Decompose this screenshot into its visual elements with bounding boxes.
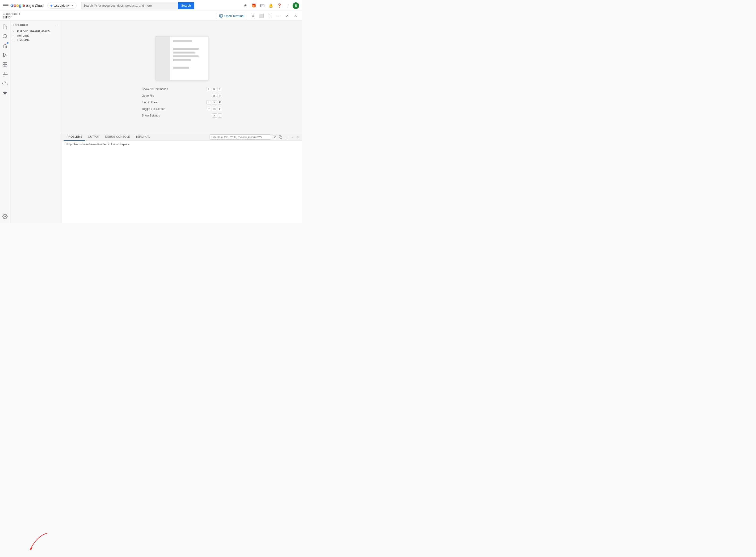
sidebar-item-outline[interactable]: › OUTLINE [10,33,62,38]
close-panel-icon[interactable] [295,135,300,140]
shortcut-keys-3: ⇧ ⌘ F [206,100,222,105]
key-shift: ⇧ [206,87,211,91]
editor-illustration [156,36,208,80]
sidebar-outline-label: OUTLINE [17,34,29,37]
activity-settings[interactable] [1,212,9,221]
svg-line-3 [6,37,7,38]
preview-line-1 [173,40,192,42]
shortcut-toggle-fullscreen: Toggle Full Screen ^ ⌘ F [142,107,222,111]
open-in-new-icon[interactable]: ⤢ [283,12,291,20]
notifications-icon[interactable]: 🔔 [267,2,275,9]
global-search-bar: Search [81,2,194,9]
activity-explorer[interactable] [1,23,9,31]
activity-bar [0,21,10,223]
shortcut-keys-4: ^ ⌘ F [207,107,222,111]
chevron-right-icon: › [13,30,16,33]
shortcut-label-2: Go to File [142,94,154,97]
preview-line-3 [173,52,195,54]
hamburger-menu[interactable] [3,3,8,8]
tab-debug-console[interactable]: DEBUG CONSOLE [103,133,133,141]
shortcuts-grid: Show All Commands ⇧ ⌘ P Go to File ⌘ P [142,87,222,118]
preview-line-5 [173,59,191,61]
cloudshell-controls: Open Terminal 🖥 ⬜ ⋮ — ⤢ ✕ [216,12,299,20]
key-cmd: ⌘ [212,87,217,91]
preview-line-4 [173,55,199,57]
activity-run-debug[interactable] [1,51,9,59]
cloudshell-label: CLOUD SHELL [3,13,21,15]
shortcut-keys-2: ⌘ P [212,94,222,98]
google-cloud-logo: Google oogle Cloud [10,3,44,8]
minimize-icon[interactable]: — [275,12,282,20]
cloudshell-icon-group: 🖥 ⬜ ⋮ — ⤢ ✕ [249,12,299,20]
panel-icon-group [272,135,300,140]
key-cmd-4: ⌘ [212,107,217,111]
project-name: test-aidemy [54,4,69,7]
sidebar-more-button[interactable]: ··· [54,23,59,27]
chevron-right-icon-2: › [13,34,16,37]
shortcut-show-all-commands: Show All Commands ⇧ ⌘ P [142,87,222,91]
activity-cloud[interactable] [1,79,9,88]
svg-rect-11 [5,65,7,67]
key-shift-2: ⇧ [206,100,211,105]
activity-testing[interactable] [1,70,9,78]
key-p: P [218,87,222,91]
close-icon[interactable]: ✕ [292,12,299,20]
copy-icon[interactable] [278,135,283,140]
sidebar-item-euronclegane[interactable]: › EURONCLEGANE_666674 [10,29,62,33]
monitor-icon[interactable]: 🖥 [249,12,257,20]
activity-search[interactable] [1,32,9,40]
shortcut-label-5: Show Settings [142,114,160,117]
list-icon[interactable] [284,135,289,140]
sidebar-item-timeline[interactable]: › TIMELINE [10,38,62,42]
search-button[interactable]: Search [178,2,194,9]
open-terminal-button[interactable]: Open Terminal [216,13,247,19]
filter-input[interactable] [209,135,271,140]
chevron-right-icon-3: › [13,39,16,41]
editor-area: Show All Commands ⇧ ⌘ P Go to File ⌘ P [62,21,302,223]
nav-right-icons: ★ 🎁 🔔 ❓ ⋮ E [242,2,299,9]
key-comma: , [218,113,222,118]
help-icon[interactable]: ❓ [276,2,283,9]
panel-tabs: PROBLEMS OUTPUT DEBUG CONSOLE TERMINAL [62,133,302,141]
cloudshell-editor-title: Editor [3,15,21,19]
activity-source-control[interactable] [1,41,9,50]
svg-point-5 [3,44,4,45]
svg-rect-9 [5,62,7,64]
sidebar: EXPLORER ··· › EURONCLEGANE_666674 › OUT… [10,21,62,223]
more-vert-icon[interactable]: ⋮ [284,2,292,9]
svg-point-12 [4,216,6,217]
cloudshell-bar: CLOUD SHELL Editor Open Terminal 🖥 ⬜ ⋮ —… [0,11,302,21]
gift-icon[interactable]: 🎁 [250,2,258,9]
sidebar-folder-label: EURONCLEGANE_666674 [17,30,51,33]
preview-line-2 [173,48,199,50]
star-icon[interactable]: ★ [242,2,249,9]
editor-welcome-screen: Show All Commands ⇧ ⌘ P Go to File ⌘ P [62,21,302,133]
top-navigation: Google oogle Cloud test-aidemy ▼ Search … [0,0,302,11]
project-selector[interactable]: test-aidemy ▼ [48,3,77,8]
preview-lines [170,36,208,80]
svg-marker-13 [274,136,276,138]
panel-content: No problems have been detected in the wo… [62,141,302,223]
shortcut-go-to-file: Go to File ⌘ P [142,94,222,98]
svg-point-2 [3,34,6,38]
welcome-content: Show All Commands ⇧ ⌘ P Go to File ⌘ P [142,36,222,118]
avatar[interactable]: E [292,2,299,9]
filter-icon[interactable] [272,135,278,140]
sidebar-title: EXPLORER [13,24,28,26]
no-problems-message: No problems have been detected in the wo… [65,143,130,146]
tab-output[interactable]: OUTPUT [85,133,103,141]
key-f-2: F [218,107,222,111]
search-input[interactable] [81,4,178,7]
shortcut-keys-1: ⇧ ⌘ P [206,87,222,91]
svg-rect-1 [219,14,223,17]
tab-terminal[interactable]: TERMINAL [133,133,153,141]
window-icon[interactable]: ⬜ [258,12,265,20]
activity-extensions[interactable] [1,60,9,69]
activity-gemini[interactable] [1,89,9,97]
panel-filter-area [209,135,300,140]
cloud-shell-icon[interactable] [259,2,266,9]
more-options-icon[interactable]: ⋮ [266,12,274,20]
sidebar-header: EXPLORER ··· [10,21,62,29]
tab-problems[interactable]: PROBLEMS [64,133,85,141]
chevron-up-icon[interactable] [289,135,295,140]
